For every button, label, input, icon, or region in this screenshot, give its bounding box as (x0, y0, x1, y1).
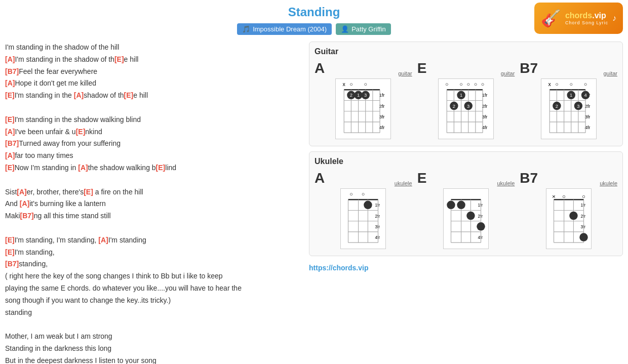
svg-text:4fr: 4fr (375, 235, 380, 240)
svg-text:3: 3 (577, 103, 579, 109)
svg-text:○: ○ (584, 81, 587, 87)
sidebar-url[interactable]: https://chords.vip (309, 261, 623, 274)
svg-text:○: ○ (350, 191, 353, 197)
svg-text:○: ○ (350, 81, 353, 87)
logo: 🎸 chords.vip Chord Song Lyric ♪ (534, 3, 623, 34)
guitar-panel-title: Guitar (315, 47, 617, 56)
svg-text:3: 3 (364, 92, 367, 98)
page-title: Standing (0, 5, 628, 19)
album-label: Impossible Dream (2004) (253, 25, 327, 33)
svg-text:x: x (343, 81, 346, 87)
svg-text:1fr: 1fr (580, 203, 585, 208)
lyric-line: [A]far too many times (5, 150, 301, 162)
svg-text:1: 1 (570, 92, 572, 98)
album-badge[interactable]: 🎵 Impossible Dream (2004) (237, 23, 332, 35)
svg-text:○: ○ (569, 81, 572, 87)
chord-diagram-E-guitar: ○ ○ ○ ○ ○ 1fr 2fr 3fr 4fr (438, 78, 494, 139)
lyric-line: [E]I'm standing in the [A]shadow of th[E… (5, 90, 301, 102)
guitar-chords-row: A guitar x ○ ○ 1fr (315, 60, 617, 141)
svg-text:2fr: 2fr (580, 214, 585, 219)
svg-point-107 (457, 201, 465, 210)
svg-text:4: 4 (584, 92, 586, 98)
lyric-line: [E]I'm standing in the shadow walking bl… (5, 114, 301, 126)
lyric-line: Mother, I am weak but I am strong (5, 331, 301, 343)
guitar-chord-B7: B7 guitar x ○ ○ ○ 1fr 2fr 3fr (520, 60, 617, 141)
svg-point-108 (466, 212, 475, 220)
artist-icon: 👤 (341, 25, 349, 33)
logo-tagline: Chord Song Lyric (565, 20, 608, 25)
svg-text:○: ○ (459, 81, 462, 87)
chord-type-A-ukulele: ukulele (395, 180, 412, 186)
svg-text:○: ○ (481, 81, 484, 87)
ukulele-chords-row: A ukulele ○ ○ 1fr 2fr 3fr 4fr (315, 170, 617, 251)
ukulele-panel: Ukulele A ukulele ○ ○ 1fr 2fr (309, 151, 623, 256)
chord-type-B7-guitar: guitar (603, 70, 617, 76)
svg-text:4fr: 4fr (478, 235, 483, 240)
chord-name-B7-ukulele: B7 (520, 170, 538, 186)
lyric-line: standing (5, 307, 301, 319)
logo-guitar-icon: 🎸 (541, 9, 561, 28)
chord-diagram-E-ukulele: 1fr 2fr 3fr 4fr (443, 188, 489, 249)
chord-type-E-guitar: guitar (501, 70, 515, 76)
lyric-line: [E]I'm standing, I'm standing, [A]I'm st… (5, 234, 301, 247)
ukulele-chord-E: E ukulele 1fr 2fr 3fr 4fr (417, 170, 515, 251)
guitar-chord-E: E guitar ○ ○ ○ ○ ○ 1fr 2fr 3fr (417, 60, 515, 141)
lyric-line: [A]I've been unfair & u[E]nkind (5, 126, 301, 138)
svg-text:x: x (548, 81, 551, 87)
lyric-line: Maki[B7]ng all this time stand still (5, 210, 301, 222)
svg-text:○: ○ (562, 193, 566, 199)
lyric-line: [E]I'm standing, (5, 247, 301, 259)
page-header: Standing 🎵 Impossible Dream (2004) 👤 Pat… (0, 0, 628, 39)
chord-name-E-ukulele: E (417, 170, 427, 186)
svg-point-124 (579, 233, 588, 241)
guitar-panel: Guitar A guitar x ○ (309, 42, 623, 146)
lyric-line: [E]Now I'm standing in [A]the shadow wal… (5, 162, 301, 174)
chord-diagram-A-ukulele: ○ ○ 1fr 2fr 3fr 4fr (340, 188, 386, 249)
artist-label: Patty Griffin (351, 25, 386, 33)
comment-line: playing the same E chords. do whatever y… (5, 282, 301, 295)
logo-brand: chords.vip (565, 11, 606, 20)
svg-text:2fr: 2fr (375, 214, 380, 219)
svg-text:○: ○ (467, 81, 470, 87)
svg-point-92 (364, 201, 373, 210)
chord-name-A-ukulele: A (315, 170, 325, 186)
lyric-line: But in the deepest darkness I listen to … (5, 355, 301, 364)
chord-type-E-ukulele: ukulele (497, 180, 515, 186)
svg-text:×: × (552, 193, 556, 199)
lyric-line: [B7]Feel the fear everywhere (5, 66, 301, 78)
svg-text:3: 3 (467, 103, 469, 109)
badges: 🎵 Impossible Dream (2004) 👤 Patty Griffi… (0, 23, 628, 35)
ukulele-panel-title: Ukulele (315, 157, 617, 166)
lyric-line: [B7]Turned away from your suffering (5, 138, 301, 150)
svg-text:○: ○ (364, 81, 367, 87)
svg-text:○: ○ (582, 193, 585, 199)
chord-type-B7-ukulele: ukulele (600, 180, 617, 186)
chord-diagram-B7-guitar: x ○ ○ ○ 1fr 2fr 3fr 4fr (541, 78, 597, 139)
svg-text:2: 2 (555, 103, 558, 109)
svg-text:3fr: 3fr (375, 225, 380, 229)
comment-line: song though if you want to change the ke… (5, 295, 301, 307)
svg-text:1fr: 1fr (375, 203, 380, 208)
svg-text:1fr: 1fr (478, 203, 483, 208)
svg-text:○: ○ (445, 81, 448, 87)
svg-text:○: ○ (362, 191, 365, 197)
album-icon: 🎵 (242, 25, 250, 33)
svg-point-123 (569, 212, 578, 220)
chord-diagram-B7-ukulele: 1fr 2fr 3fr 4fr (546, 188, 592, 249)
svg-text:○: ○ (555, 81, 558, 87)
svg-text:○: ○ (474, 81, 477, 87)
svg-text:2fr: 2fr (478, 214, 483, 219)
svg-text:2: 2 (350, 92, 352, 98)
lyrics-section: I'm standing in the shadow of the hill [… (5, 42, 301, 364)
chord-name-E-guitar: E (417, 60, 427, 76)
lyric-line: [B7]standing, (5, 258, 301, 270)
lyric-line: I'm standing in the shadow of the hill (5, 42, 301, 54)
chord-type-A-guitar: guitar (398, 70, 412, 76)
logo-music-icon: ♪ (612, 14, 616, 23)
artist-badge[interactable]: 👤 Patty Griffin (336, 23, 391, 35)
svg-text:3fr: 3fr (580, 225, 585, 229)
svg-text:2: 2 (453, 103, 455, 109)
svg-point-109 (477, 222, 485, 231)
chord-sidebar: Guitar A guitar x ○ (309, 42, 623, 364)
ukulele-chord-A: A ukulele ○ ○ 1fr 2fr 3fr 4fr (315, 170, 412, 251)
